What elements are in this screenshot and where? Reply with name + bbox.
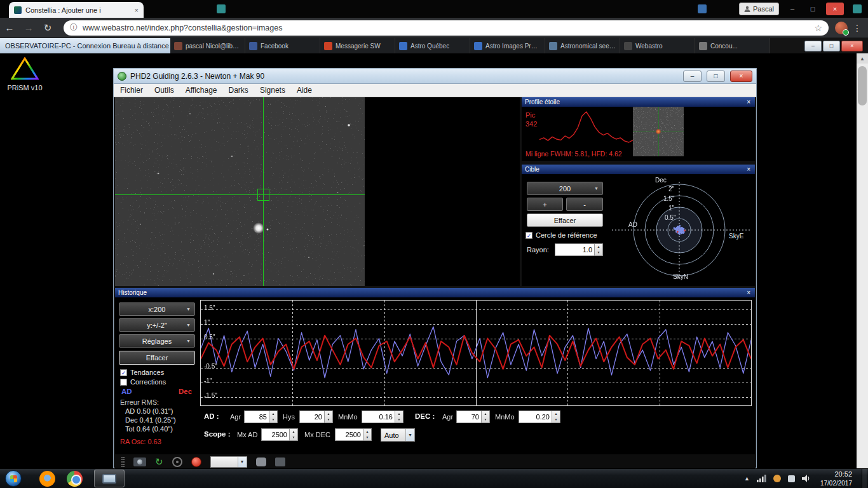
ring-label: 1" — [668, 205, 674, 212]
remote-tab[interactable]: Astro Québec — [395, 38, 470, 53]
spinner-arrows-icon[interactable]: ▲▼ — [481, 411, 489, 423]
panel-close-icon[interactable]: × — [745, 166, 752, 173]
spinner-arrows-icon[interactable]: ▲▼ — [289, 429, 297, 440]
volume-icon[interactable] — [802, 475, 811, 482]
browser-tab-constellia[interactable]: Constellia : Ajouter une i × — [9, 2, 144, 18]
zoom-in-button[interactable]: + — [527, 198, 563, 211]
taskbar-rdp-button[interactable] — [94, 470, 125, 487]
remote-tab[interactable]: Facebook — [245, 38, 320, 53]
history-settings-select[interactable]: Réglages▼ — [119, 334, 195, 348]
dec-minmove-spinner[interactable]: 0.20▲▼ — [519, 410, 560, 423]
menu-affichage[interactable]: Affichage — [186, 86, 217, 95]
setup-icon[interactable] — [275, 458, 285, 466]
reference-circle-checkbox[interactable]: ✓ Cercle de référence — [526, 231, 597, 239]
rdp-minimize-button[interactable]: – — [804, 41, 822, 51]
history-clear-button[interactable]: Effacer — [119, 351, 195, 365]
ad-minmove-spinner[interactable]: 0.16▲▼ — [362, 410, 403, 423]
browser-minimize-button[interactable]: – — [783, 0, 802, 18]
radius-spinner[interactable]: 1.0 ▲▼ — [555, 243, 603, 256]
zoom-out-button[interactable]: - — [566, 198, 603, 211]
clock-date: 17/02/2017 — [820, 479, 852, 487]
target-clear-button[interactable]: Effacer — [527, 214, 603, 227]
max-dec-duration-spinner[interactable]: 2500▲▼ — [335, 428, 372, 441]
history-yscale-select[interactable]: y:+/-2"▼ — [119, 318, 195, 332]
page-scrollbar[interactable]: ▲ — [857, 53, 868, 468]
star-profile-caption[interactable]: Profile étoile × — [522, 97, 755, 107]
stop-icon[interactable] — [191, 457, 201, 467]
remote-tab[interactable]: Astronomical seeing... — [545, 38, 620, 53]
panel-close-icon[interactable]: × — [745, 98, 752, 105]
tab-close-icon[interactable]: × — [135, 6, 139, 14]
rms-ra: AD 0.50 (0.31") — [125, 407, 173, 415]
rdp-connection-title[interactable]: OBSERVATOIRE-PC - Connexion Bureau à dis… — [0, 38, 170, 53]
start-button[interactable] — [5, 470, 22, 487]
spinner-arrows-icon[interactable]: ▲▼ — [324, 411, 332, 423]
prism-desktop-icon[interactable]: PRiSM v10 — [3, 57, 47, 92]
spinner-arrows-icon[interactable]: ▲▼ — [594, 244, 602, 255]
hidden-icons-arrow[interactable]: ▲ — [744, 475, 750, 482]
address-bar[interactable]: ⓘ www.webastro.net/index.php?constellia&… — [64, 20, 829, 36]
target-caption[interactable]: Cible × — [522, 165, 755, 174]
bookmark-star-icon[interactable]: ☆ — [814, 23, 822, 33]
ad-hysteresis-spinner[interactable]: 20▲▼ — [299, 410, 333, 423]
exposure-select[interactable]: ▼ — [210, 456, 247, 468]
toolbar-grip[interactable] — [121, 457, 125, 467]
spinner-arrows-icon[interactable]: ▲▼ — [395, 411, 403, 423]
history-caption[interactable]: Historique × — [115, 288, 755, 297]
guide-icon[interactable] — [172, 457, 182, 467]
spinner-arrows-icon[interactable]: ▲▼ — [269, 411, 277, 423]
loop-icon[interactable]: ↻ — [155, 457, 163, 466]
menu-outils[interactable]: Outils — [154, 86, 174, 95]
remote-tab[interactable]: Concou... — [695, 38, 770, 53]
network-icon[interactable] — [757, 475, 766, 482]
action-center-icon[interactable] — [788, 475, 795, 482]
target-zoom-select[interactable]: 200▼ — [527, 182, 603, 195]
rdp-title-text: OBSERVATOIRE-PC - Connexion Bureau à dis… — [5, 42, 169, 50]
browser-profile-button[interactable]: Pascal — [739, 3, 779, 15]
taskbar-chrome-icon[interactable] — [67, 471, 83, 487]
corrections-checkbox[interactable]: Corrections — [120, 378, 166, 386]
back-icon[interactable]: ← — [0, 22, 19, 33]
phd2-close-button[interactable]: × — [730, 71, 752, 82]
scrollbar-thumb[interactable] — [858, 66, 867, 105]
browser-menu-icon[interactable]: ⋮ — [853, 23, 862, 33]
taskbar-clock[interactable]: 20:52 17/02/2017 — [818, 470, 855, 487]
menu-aide[interactable]: Aide — [297, 86, 312, 95]
menu-fichier[interactable]: Fichier — [120, 86, 143, 95]
max-ra-duration-spinner[interactable]: 2500▲▼ — [261, 428, 298, 441]
notification-icon[interactable] — [773, 475, 781, 482]
history-xscale-select[interactable]: x:200▼ — [119, 302, 195, 316]
page-info-icon[interactable]: ⓘ — [70, 22, 78, 33]
camera-icon[interactable] — [133, 458, 146, 466]
remote-tab[interactable]: Astro Images Proces... — [470, 38, 545, 53]
refresh-icon[interactable]: ↻ — [38, 22, 57, 34]
phd2-minimize-button[interactable]: – — [683, 71, 702, 82]
profile-avatar-icon[interactable] — [835, 22, 848, 34]
phd2-titlebar[interactable]: PHD2 Guiding 2.6.3 - Newton + Mak 90 – □… — [114, 69, 756, 84]
dec-mode-select[interactable]: Auto▼ — [381, 428, 415, 442]
trend-checkbox[interactable]: ✓ Tendances — [120, 369, 164, 376]
brain-icon[interactable] — [256, 458, 266, 466]
remote-tab[interactable]: Webastro — [620, 38, 695, 53]
spinner-arrows-icon[interactable]: ▲▼ — [552, 411, 560, 423]
phd2-maximize-button[interactable]: □ — [707, 71, 725, 82]
spinner-arrows-icon[interactable]: ▲▼ — [363, 429, 371, 440]
guide-camera-view[interactable] — [115, 97, 520, 286]
y-tick: 1" — [204, 319, 210, 326]
forward-icon[interactable]: → — [19, 22, 38, 33]
show-desktop-button[interactable] — [862, 469, 867, 488]
ring-label: 2" — [668, 186, 674, 193]
ad-aggression-spinner[interactable]: 85▲▼ — [244, 410, 278, 423]
rdp-close-button[interactable]: × — [841, 41, 863, 51]
browser-maximize-button[interactable]: □ — [803, 0, 822, 18]
menu-signets[interactable]: Signets — [260, 86, 285, 95]
dec-aggression-spinner[interactable]: 70▲▼ — [456, 410, 490, 423]
rdp-restore-button[interactable]: □ — [823, 41, 840, 51]
scrollbar-up-icon[interactable]: ▲ — [857, 53, 868, 64]
remote-tab[interactable]: pascal Nicol@libox3 — [170, 38, 245, 53]
browser-close-button[interactable]: × — [826, 3, 844, 15]
remote-tab[interactable]: Messagerie SW — [320, 38, 395, 53]
panel-close-icon[interactable]: × — [745, 289, 752, 296]
menu-darks[interactable]: Darks — [229, 86, 248, 95]
taskbar-firefox-icon[interactable] — [39, 471, 55, 487]
